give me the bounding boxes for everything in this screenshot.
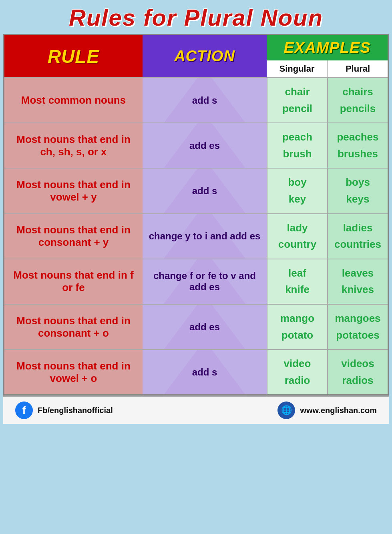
examples-block: EXAMPLES Singular Plural [267, 35, 388, 77]
singular-cell: peachbrush [267, 123, 327, 168]
table-row: Most nouns that end in ch, sh, s, or xad… [4, 122, 388, 168]
plural-word: videos [341, 355, 374, 372]
plural-cell: videosradios [327, 350, 388, 394]
rule-text: Most nouns that end in f or fe [10, 269, 137, 294]
rule-text: Most nouns that end in ch, sh, s, or x [10, 133, 137, 158]
rule-cell: Most common nouns [4, 78, 143, 122]
singular-cell: videoradio [267, 350, 327, 394]
facebook-icon: f [15, 402, 33, 419]
page-header: Rules for Plural Noun [0, 0, 392, 34]
rule-text: Most nouns that end in consonant + y [10, 224, 137, 249]
table-row: Most nouns that end in vowel + oadd svid… [4, 349, 388, 394]
singular-word: boy [288, 174, 306, 191]
action-cell: add es [143, 305, 267, 349]
plural-word: chairs [342, 84, 373, 100]
globe-icon: 🌐 [277, 402, 295, 419]
data-rows: Most common nounsadd schairpencilchairsp… [4, 77, 388, 394]
rule-text: Most nouns that end in consonant + o [10, 315, 137, 339]
plural-word: potatoes [336, 327, 379, 344]
singular-word: peach [282, 129, 312, 146]
rule-cell: Most nouns that end in vowel + y [4, 169, 143, 213]
plural-word: radios [342, 372, 373, 389]
fb-handle: Fb/englishanofficial [38, 406, 113, 415]
plural-word: peaches [337, 129, 378, 146]
plural-word: knives [342, 281, 374, 298]
table-row: Most nouns that end in consonant + ychan… [4, 213, 388, 259]
action-cell: add s [143, 78, 267, 122]
action-text: change f or fe to v and add es [147, 270, 263, 293]
rule-cell: Most nouns that end in ch, sh, s, or x [4, 123, 143, 168]
singular-word: mango [280, 310, 314, 327]
rule-text: Most common nouns [21, 94, 126, 106]
singular-word: leaf [288, 265, 306, 282]
column-headers: RULE ACTION EXAMPLES Singular Plural [4, 35, 388, 77]
action-text: add es [189, 140, 220, 151]
action-text: add s [192, 367, 217, 378]
website: www.englishan.com [300, 406, 377, 415]
plural-word: countries [334, 236, 381, 253]
examples-label: EXAMPLES [283, 39, 370, 56]
examples-sub-headers: Singular Plural [267, 60, 388, 77]
rule-text: Most nouns that end in vowel + o [10, 360, 137, 385]
plural-cell: mangoespotatoes [327, 305, 388, 349]
plural-word: boys [346, 174, 370, 191]
rule-text: Most nouns that end in vowel + y [10, 179, 137, 203]
rule-column-header: RULE [4, 35, 143, 77]
plural-cell: ladiescountries [327, 214, 388, 259]
action-header-label: ACTION [174, 48, 235, 65]
singular-cell: boykey [267, 169, 327, 213]
footer-left: f Fb/englishanofficial [15, 402, 113, 419]
singular-word: country [278, 236, 316, 253]
plural-cell: leavesknives [327, 259, 388, 304]
rule-cell: Most nouns that end in f or fe [4, 259, 143, 304]
action-text: change y to i and add es [149, 231, 261, 242]
table-row: Most nouns that end in vowel + yadd sboy… [4, 168, 388, 213]
singular-cell: mangopotato [267, 305, 327, 349]
singular-word: key [289, 191, 306, 208]
singular-word: brush [283, 146, 312, 163]
plural-word: brushes [338, 146, 378, 163]
plural-header: Plural [327, 60, 388, 77]
plural-word: keys [346, 191, 370, 208]
singular-word: radio [285, 372, 310, 389]
footer-right: 🌐 www.englishan.com [277, 402, 377, 419]
action-cell: change f or fe to v and add es [143, 259, 267, 304]
plural-word: ladies [343, 220, 373, 237]
singular-cell: leafknife [267, 259, 327, 304]
singular-word: chair [285, 84, 310, 100]
action-cell: add es [143, 123, 267, 168]
plural-cell: peachesbrushes [327, 123, 388, 168]
action-column-header: ACTION [143, 35, 267, 77]
singular-word: pencil [282, 100, 312, 117]
action-text: add es [189, 321, 220, 333]
rule-header-label: RULE [48, 46, 99, 67]
action-cell: add s [143, 350, 267, 394]
action-text: add s [192, 95, 217, 106]
plural-word: leaves [342, 265, 374, 282]
action-cell: change y to i and add es [143, 214, 267, 259]
action-text: add s [192, 185, 217, 197]
table-row: Most common nounsadd schairpencilchairsp… [4, 77, 388, 122]
singular-word: video [284, 355, 311, 372]
singular-word: lady [287, 220, 308, 237]
rule-cell: Most nouns that end in consonant + o [4, 305, 143, 349]
main-table: RULE ACTION EXAMPLES Singular Plural Mos… [3, 34, 389, 395]
action-cell: add s [143, 169, 267, 213]
singular-cell: chairpencil [267, 78, 327, 122]
table-row: Most nouns that end in consonant + oadd … [4, 304, 388, 349]
examples-top: EXAMPLES [267, 35, 388, 60]
plural-word: pencils [340, 100, 376, 117]
page-title: Rules for Plural Noun [2, 4, 390, 31]
rule-cell: Most nouns that end in vowel + o [4, 350, 143, 394]
singular-word: potato [281, 327, 313, 344]
rule-cell: Most nouns that end in consonant + y [4, 214, 143, 259]
singular-word: knife [285, 281, 310, 298]
singular-header: Singular [267, 60, 327, 77]
plural-cell: boyskeys [327, 169, 388, 213]
singular-cell: ladycountry [267, 214, 327, 259]
plural-cell: chairspencils [327, 78, 388, 122]
plural-word: mangoes [335, 310, 380, 327]
footer: f Fb/englishanofficial 🌐 www.englishan.c… [3, 395, 389, 424]
table-row: Most nouns that end in f or fechange f o… [4, 259, 388, 304]
